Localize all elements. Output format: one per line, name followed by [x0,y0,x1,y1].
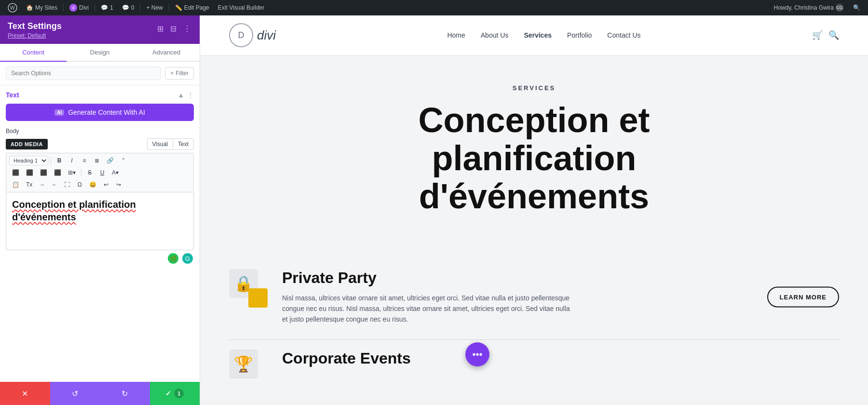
list-ordered-btn[interactable]: ≣ [91,155,103,166]
hero-title: Conception et planification d'événements [317,101,751,216]
editor-footer-icons: 🌿 G [6,250,194,267]
hero-section: SERVICES Conception et planification d'é… [200,55,868,235]
tb-sep-1 [51,157,51,164]
undo-editor-btn[interactable]: ↩ [100,179,112,190]
separator-2 [95,4,95,12]
redo-editor-btn[interactable]: ↪ [113,179,124,190]
tab-design[interactable]: Design [67,44,133,62]
logo-circle: D [229,23,253,47]
align-right-btn[interactable]: ⬛ [37,167,50,178]
bold-btn[interactable]: B [54,155,65,166]
align-center-btn[interactable]: ⬛ [23,167,36,178]
new-btn[interactable]: + New [143,4,165,11]
yellow-accent [248,288,268,308]
add-media-button[interactable]: ADD MEDIA [6,139,48,149]
toolbar-row-1: Heading 1 B I ≡ ≣ 🔗 " [9,155,190,166]
filter-button[interactable]: + Filter [165,67,194,80]
text-section-title: Text [6,91,19,99]
heading-select[interactable]: Heading 1 [9,156,48,165]
fab-dots-icon: ••• [472,349,482,360]
comment-count-btn[interactable]: 💬 1 [98,4,116,11]
service-card-1: 🔒 Private Party Nisl massa, ultrices vit… [229,255,839,340]
clear-format-btn[interactable]: Tx [23,179,35,190]
editor-toolbar: Heading 1 B I ≡ ≣ 🔗 " ⬛ ⬛ ⬛ ⬛ ⊞▾ [6,153,194,192]
svg-text:W: W [10,5,15,11]
search-icon[interactable]: 🔍 [828,30,839,40]
nav-services[interactable]: Services [524,31,552,39]
search-row: + Filter [0,62,200,85]
redo-button[interactable]: ↻ [100,382,150,405]
user-avatar: CG [836,4,843,12]
wp-icon-btn[interactable]: W [5,3,20,13]
grammar-check-icon[interactable]: G [182,253,193,264]
editor-toolbar-top: ADD MEDIA Visual Text [6,138,194,150]
exit-builder-btn[interactable]: Exit Visual Builder [215,4,268,11]
collapse-icon[interactable]: ▲ [177,91,184,99]
italic-btn[interactable]: I [66,155,78,166]
tab-advanced[interactable]: Advanced [133,44,200,62]
panel-columns-icon[interactable]: ⊟ [169,23,177,34]
outdent-btn[interactable]: ← [49,179,60,190]
special-char-btn[interactable]: Ω [74,179,85,190]
fab-button[interactable]: ••• [465,342,489,366]
align-justify-btn[interactable]: ⬛ [51,167,64,178]
nav-home[interactable]: Home [447,31,465,39]
expand-btn[interactable]: ⛶ [61,179,73,190]
panel-title: Text Settings [8,21,62,31]
nav-icons: 🛒 🔍 [812,30,839,40]
ai-generate-button[interactable]: AI Generate Content With AI [6,104,194,121]
cart-icon[interactable]: 🛒 [812,30,823,40]
service-1-icon-wrap: 🔒 [229,269,268,308]
editor-body[interactable]: Conception et planification d'événements [6,192,194,250]
indent-btn[interactable]: → [36,179,48,190]
text-mode-btn[interactable]: Text [173,138,194,150]
link-btn[interactable]: 🔗 [104,155,117,166]
emoji-btn[interactable]: 😀 [86,179,99,190]
undo-button[interactable]: ↺ [50,382,100,405]
section-menu-icon[interactable]: ⋮ [187,91,194,99]
panel-resize-icon[interactable]: ⊞ [156,23,164,34]
text-color-btn[interactable]: A▾ [109,167,122,178]
comment-bubble-icon: 💬 [101,4,108,11]
pencil-icon: ✏️ [175,4,182,11]
panel-menu-icon[interactable]: ⋮ [182,23,192,34]
my-sites-btn[interactable]: 🏠 My Sites [23,4,60,11]
search-options-input[interactable] [6,67,161,80]
howdy-user[interactable]: Howdy, Christina Gwira CG [771,4,846,12]
nav-portfolio[interactable]: Portfolio [567,31,592,39]
services-section: 🔒 Private Party Nisl massa, ultrices vit… [200,235,868,398]
learn-more-button[interactable]: LEARN MORE [767,286,839,307]
service-2-icon-wrap: 🏆 [229,350,268,388]
save-button[interactable]: ✓ 1 [150,382,200,405]
comment-btn[interactable]: 💬 0 [119,4,137,11]
panel-content: Text ▲ ⋮ AI Generate Content With AI Bod… [0,85,200,382]
strikethrough-btn[interactable]: S [84,167,95,178]
blockquote-btn[interactable]: " [118,155,129,166]
tab-content[interactable]: Content [0,44,67,62]
grammarly-icon[interactable]: 🌿 [168,253,178,264]
service-1-desc: Nisl massa, ultrices vitae ornare sit am… [282,293,571,325]
nav-contact[interactable]: Contact Us [607,31,640,39]
home-icon: 🏠 [26,4,33,11]
nav-about[interactable]: About Us [481,31,509,39]
cancel-button[interactable]: ✕ [0,382,50,405]
paste-text-btn[interactable]: 📋 [9,179,22,190]
edit-page-btn[interactable]: ✏️ Edit Page [172,4,212,11]
text-section-header: Text ▲ ⋮ [6,91,194,99]
separator-3 [140,4,140,12]
underline-btn[interactable]: U [96,167,108,178]
divi-btn[interactable]: d Divi [67,4,92,12]
separator-4 [169,4,169,12]
visual-mode-btn[interactable]: Visual [147,138,173,150]
table-btn[interactable]: ⊞▾ [65,167,79,178]
filter-icon: + [170,70,174,77]
editor-preview-text[interactable]: Conception et planification d'événements [12,198,188,223]
toolbar-row-3: 📋 Tx → ← ⛶ Ω 😀 ↩ ↪ [9,179,190,190]
comment-icon: 💬 [122,4,129,11]
list-unordered-btn[interactable]: ≡ [79,155,90,166]
align-left-btn[interactable]: ⬛ [9,167,22,178]
logo-text: divi [257,28,276,43]
tabs-row: Content Design Advanced [0,44,200,62]
search-admin-btn[interactable]: 🔍 [850,4,863,11]
site-logo: D divi [229,23,276,47]
